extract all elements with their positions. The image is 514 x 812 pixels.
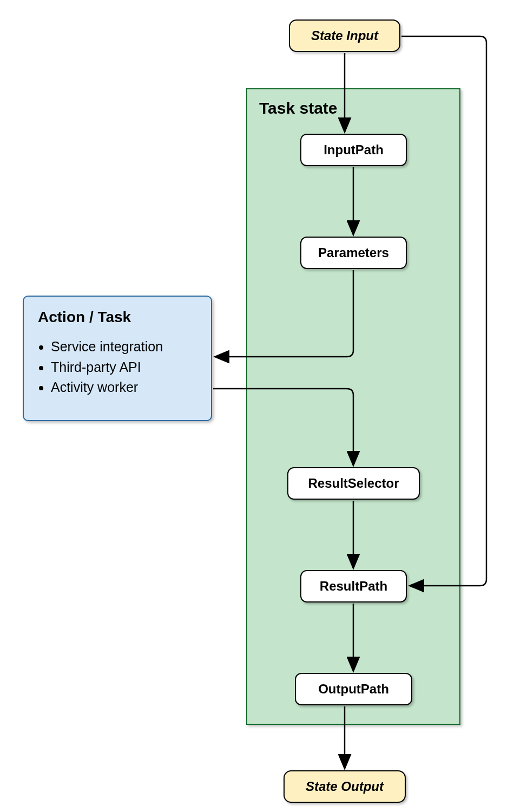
input-path-label: InputPath xyxy=(324,142,384,158)
result-path-node: ResultPath xyxy=(300,570,407,603)
action-title: Action / Task xyxy=(38,309,197,326)
action-item-1: Third-party API xyxy=(51,357,197,378)
state-output-label: State Output xyxy=(306,779,384,794)
task-state-label: Task state xyxy=(259,99,338,117)
parameters-label: Parameters xyxy=(318,245,389,260)
action-item-2: Activity worker xyxy=(51,377,197,398)
result-selector-node: ResultSelector xyxy=(287,467,420,500)
action-list: Service integration Third-party API Acti… xyxy=(38,337,197,398)
result-path-label: ResultPath xyxy=(320,579,387,594)
task-state-container: Task state xyxy=(246,88,460,725)
action-task-box: Action / Task Service integration Third-… xyxy=(23,296,212,421)
output-path-label: OutputPath xyxy=(318,682,389,697)
state-input-node: State Input xyxy=(289,19,400,52)
parameters-node: Parameters xyxy=(300,237,407,269)
result-selector-label: ResultSelector xyxy=(308,476,399,491)
input-path-node: InputPath xyxy=(300,134,407,166)
action-item-0: Service integration xyxy=(51,337,197,357)
state-input-label: State Input xyxy=(311,28,378,43)
output-path-node: OutputPath xyxy=(295,673,412,705)
state-output-node: State Output xyxy=(284,770,406,803)
